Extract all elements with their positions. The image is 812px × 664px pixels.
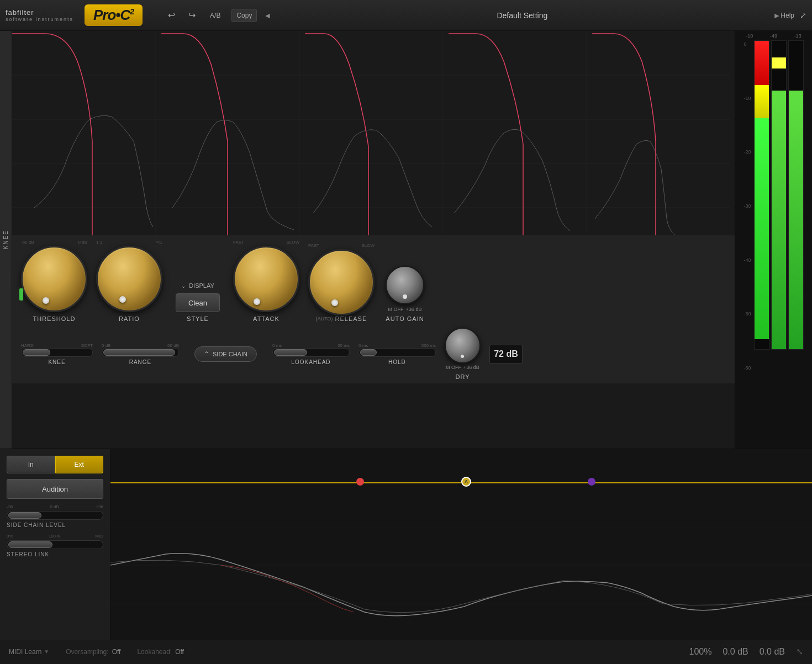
oversampling-value[interactable]: Off bbox=[112, 648, 121, 656]
lookahead-status: Lookahead: Off bbox=[137, 648, 184, 656]
undo-button[interactable]: ↩ bbox=[165, 8, 178, 23]
in-button[interactable]: In bbox=[7, 456, 55, 473]
meter-label-3: -13 bbox=[794, 33, 802, 39]
range-max-label: 60 dB bbox=[167, 343, 179, 348]
attack-knob[interactable] bbox=[233, 246, 299, 312]
header: fabfilter software instruments Pro•C2 ↩ … bbox=[0, 0, 812, 31]
redo-button[interactable]: ↪ bbox=[185, 8, 199, 23]
scale-30: -30 bbox=[744, 203, 751, 209]
brand-sub: software instruments bbox=[6, 17, 73, 22]
scale-50: -50 bbox=[744, 311, 751, 317]
ratio-min-label: 1:1 bbox=[96, 240, 102, 245]
midi-learn-button[interactable]: MIDI Learn ▼ bbox=[9, 648, 49, 656]
oversampling-label: Oversampling: bbox=[66, 648, 108, 656]
stereo-link-right: MID bbox=[95, 534, 103, 539]
brand-name: fabfilter bbox=[6, 8, 34, 17]
release-knob[interactable] bbox=[308, 249, 375, 315]
sc-level-min: -36 bbox=[7, 504, 13, 509]
svg-rect-0 bbox=[12, 31, 735, 241]
auto-gain-knob[interactable] bbox=[386, 266, 424, 304]
scale-60: -60 bbox=[744, 365, 751, 371]
waveform-display: 🎧 bbox=[12, 31, 735, 241]
attack-control: FAST SLOW ATTACK bbox=[233, 240, 299, 322]
audition-button[interactable]: Audition bbox=[7, 479, 103, 499]
oversampling-status: Oversampling: Off bbox=[66, 648, 120, 656]
threshold-label: THRESHOLD bbox=[33, 315, 76, 322]
ext-button[interactable]: Ext bbox=[55, 456, 104, 473]
sc-dot-gold[interactable]: A bbox=[461, 477, 471, 487]
sc-level-max: +36 bbox=[96, 504, 103, 509]
in-ext-toggle: In Ext bbox=[7, 456, 103, 473]
sc-dot-purple[interactable] bbox=[588, 478, 595, 486]
lookahead-status-value[interactable]: Off bbox=[175, 648, 184, 656]
auto-release-label: (AUTO) bbox=[316, 316, 333, 322]
stereo-link-slider[interactable] bbox=[7, 540, 103, 549]
meter-label-2: -49 bbox=[770, 33, 777, 39]
range-slider[interactable] bbox=[102, 348, 179, 357]
dry-label: DRY bbox=[455, 373, 470, 380]
meter-label-1: -10 bbox=[746, 33, 753, 39]
preset-name: Default Setting bbox=[497, 11, 547, 20]
product-name: Pro•C2 bbox=[93, 7, 134, 23]
lookahead-min-label: 0 ms bbox=[272, 343, 282, 348]
midi-learn-label: MIDI Learn bbox=[9, 648, 41, 656]
dry-control: M OFF +36 dB DRY bbox=[445, 328, 481, 380]
sc-dot-red[interactable] bbox=[356, 478, 364, 486]
auto-gain-off-label: M OFF bbox=[388, 307, 404, 312]
side-chain-button[interactable]: ⌃ SIDE CHAIN bbox=[194, 346, 257, 362]
threshold-control: -60 dB 0 dB THRESHOLD bbox=[21, 240, 87, 322]
release-max-label: SLOW bbox=[361, 243, 375, 248]
dry-off-label: M OFF bbox=[446, 365, 461, 370]
side-chain-display: A bbox=[110, 449, 812, 640]
bottom-section: In Ext Audition -36 0 dB +36 SIDE CHAIN … bbox=[0, 449, 812, 640]
output-gain-display: 72 dB bbox=[489, 345, 523, 363]
left-panel: In Ext Audition -36 0 dB +36 SIDE CHAIN … bbox=[0, 449, 110, 640]
auto-gain-db-label: +36 dB bbox=[406, 307, 422, 312]
stereo-link-min: 0% bbox=[7, 534, 13, 539]
hold-slider-group: 0 ms 500 ms HOLD bbox=[358, 343, 436, 365]
lookahead-slider-group: 0 ms 20 ms LOOKAHEAD bbox=[272, 343, 350, 365]
attack-min-label: FAST bbox=[233, 240, 244, 245]
knee-slider-label: KNEE bbox=[48, 359, 65, 365]
copy-button[interactable]: Copy bbox=[231, 9, 257, 22]
side-chain-level-slider[interactable] bbox=[7, 511, 103, 520]
knee-slider[interactable] bbox=[21, 348, 93, 357]
next-preset-button[interactable]: ► bbox=[773, 11, 781, 20]
prev-preset-button[interactable]: ◄ bbox=[263, 11, 271, 20]
hold-slider[interactable] bbox=[358, 348, 436, 357]
style-control: ⌄ DISPLAY Clean STYLE bbox=[176, 266, 220, 322]
scale-20: -20 bbox=[744, 149, 751, 155]
attack-label: ATTACK bbox=[253, 315, 280, 322]
knee-hard-label: HARD bbox=[21, 343, 34, 348]
range-min-label: 0 dB bbox=[102, 343, 110, 348]
resize-handle[interactable]: ⤡ bbox=[796, 646, 803, 657]
zoom-value: 100% bbox=[689, 647, 712, 657]
ratio-knob[interactable] bbox=[96, 246, 162, 312]
dry-db-label: +36 dB bbox=[463, 365, 479, 370]
logo-area: fabfilter software instruments bbox=[6, 8, 73, 22]
knee-tab[interactable]: KNEE bbox=[0, 31, 12, 449]
meter-bar-1 bbox=[754, 40, 769, 350]
stereo-link-group: 0% 100% MID STEREO LINK bbox=[7, 534, 103, 557]
threshold-knob[interactable] bbox=[21, 246, 87, 312]
range-slider-group: 0 dB 60 dB RANGE bbox=[102, 343, 179, 365]
svg-rect-11 bbox=[110, 488, 812, 640]
scale-40: -40 bbox=[744, 257, 751, 263]
ratio-control: 1:1 ∞:1 RATIO bbox=[96, 240, 162, 322]
hold-slider-label: HOLD bbox=[388, 359, 406, 365]
sc-level-mid: 0 dB bbox=[50, 504, 59, 509]
hold-min-label: 0 ms bbox=[358, 343, 368, 348]
display-toggle[interactable]: ⌄ DISPLAY bbox=[181, 282, 214, 289]
scale-10: -10 bbox=[744, 96, 751, 101]
lookahead-slider[interactable] bbox=[272, 348, 350, 357]
expand-button[interactable]: ⤢ bbox=[800, 11, 806, 20]
output-gain-value: 72 dB bbox=[494, 349, 518, 359]
style-button[interactable]: Clean bbox=[176, 293, 220, 312]
ab-button[interactable]: A/B bbox=[205, 9, 225, 22]
attack-max-label: SLOW bbox=[286, 240, 299, 245]
side-chain-level-label: SIDE CHAIN LEVEL bbox=[7, 522, 103, 528]
lookahead-slider-label: LOOKAHEAD bbox=[291, 359, 330, 365]
dry-knob[interactable] bbox=[445, 328, 481, 363]
ratio-label: RATIO bbox=[119, 315, 140, 322]
help-button[interactable]: Help bbox=[781, 12, 794, 19]
